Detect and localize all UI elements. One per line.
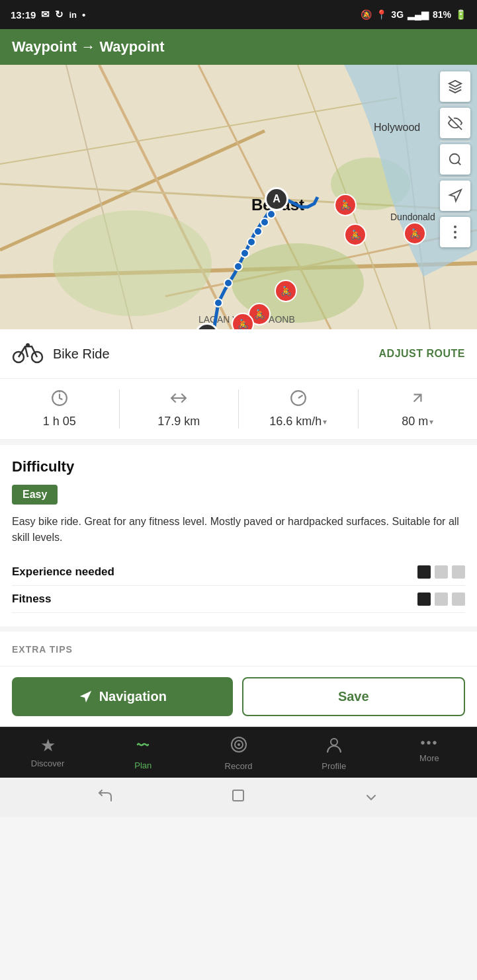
divider-1 xyxy=(440,104,470,105)
svg-point-48 xyxy=(331,739,337,745)
dot-icon: • xyxy=(82,9,85,20)
battery-label: 81% xyxy=(433,9,451,20)
svg-point-24 xyxy=(254,227,262,235)
svg-point-33 xyxy=(454,231,456,233)
plan-icon xyxy=(134,735,152,758)
distance-icon xyxy=(170,389,187,411)
layers-button[interactable] xyxy=(440,71,470,102)
difficulty-section: Difficulty Easy Easy bike ride. Great fo… xyxy=(0,445,477,626)
status-right: 🔕 📍 3G ▂▄▆ 81% 🔋 xyxy=(361,9,466,20)
svg-rect-49 xyxy=(233,790,243,801)
svg-point-32 xyxy=(454,225,456,228)
discover-label: Discover xyxy=(31,758,65,768)
stat-distance: 17.9 km xyxy=(120,389,239,429)
hide-button[interactable] xyxy=(440,108,470,138)
svg-point-11 xyxy=(53,210,212,316)
svg-point-20 xyxy=(224,279,232,287)
experience-dots xyxy=(417,565,465,579)
nav-item-profile[interactable]: Profile xyxy=(286,727,382,778)
gesture-bar xyxy=(0,778,477,817)
battery-icon: 🔋 xyxy=(455,9,466,20)
nav-item-record[interactable]: Record xyxy=(191,727,286,778)
stat-speed[interactable]: 16.6 km/h ▾ xyxy=(239,389,359,429)
svg-point-34 xyxy=(454,236,456,239)
divider-4 xyxy=(440,214,470,214)
divider-2 xyxy=(440,141,470,142)
record-label: Record xyxy=(225,761,253,771)
nav-item-more[interactable]: ••• More xyxy=(382,727,477,778)
extra-tips-section: EXTRA TIPS xyxy=(0,632,477,666)
svg-point-21 xyxy=(234,263,242,270)
map-container[interactable]: Belfast Holywood Dundonald LAGAN VALLEY … xyxy=(0,65,477,329)
status-bar: 13:19 ✉ ↻ in • 🔕 📍 3G ▂▄▆ 81% 🔋 xyxy=(0,0,477,29)
discover-icon: ★ xyxy=(40,735,56,756)
navigation-button[interactable]: Navigation xyxy=(12,677,233,716)
more-label: More xyxy=(419,753,439,763)
more-icon: ••• xyxy=(420,735,438,751)
svg-marker-44 xyxy=(79,690,91,702)
svg-marker-31 xyxy=(450,190,461,201)
elevation-dropdown[interactable]: ▾ xyxy=(429,417,433,427)
route-name: Bike Ride xyxy=(53,347,370,362)
poi-marker-3[interactable]: 🚴 xyxy=(404,222,426,245)
navigation-label: Navigation xyxy=(99,689,167,704)
nav-item-plan[interactable]: Plan xyxy=(95,727,191,778)
svg-point-23 xyxy=(247,238,255,246)
fitness-row: Fitness xyxy=(12,586,465,613)
save-button[interactable]: Save xyxy=(242,677,466,716)
recents-gesture-icon[interactable] xyxy=(362,786,380,809)
route-info-bar: Bike Ride ADJUST ROUTE xyxy=(0,329,477,379)
record-icon xyxy=(230,735,248,758)
home-gesture-icon[interactable] xyxy=(229,786,247,809)
signal-icon: ▂▄▆ xyxy=(408,9,429,20)
network-label: 3G xyxy=(391,9,404,20)
svg-point-29 xyxy=(450,154,460,164)
bike-ride-icon xyxy=(12,339,44,369)
difficulty-title: Difficulty xyxy=(12,458,465,475)
mail-icon: ✉ xyxy=(41,9,50,20)
extra-tips-label: EXTRA TIPS xyxy=(12,644,73,655)
svg-text:Dundonald: Dundonald xyxy=(390,212,435,222)
profile-icon xyxy=(325,735,343,758)
experience-dot-3 xyxy=(452,565,465,579)
bottom-nav: ★ Discover Plan Record Profile xyxy=(0,727,477,778)
app-header: Waypoint → Waypoint xyxy=(0,29,477,65)
divider-3 xyxy=(440,177,470,178)
back-gesture-icon[interactable] xyxy=(97,786,115,809)
more-map-button[interactable] xyxy=(440,217,470,247)
poi-marker-2[interactable]: 🚴 xyxy=(344,224,367,246)
speed-dropdown[interactable]: ▾ xyxy=(323,417,327,427)
svg-marker-27 xyxy=(449,81,461,87)
search-map-button[interactable] xyxy=(440,144,470,175)
experience-label: Experience needed xyxy=(12,565,114,579)
location-button[interactable] xyxy=(440,181,470,211)
adjust-route-button[interactable]: ADJUST ROUTE xyxy=(379,348,465,360)
fitness-dot-1 xyxy=(417,592,431,606)
duration-value: 1 h 05 xyxy=(43,415,76,429)
fitness-dot-2 xyxy=(435,592,448,606)
svg-text:Holywood: Holywood xyxy=(374,122,420,133)
fitness-label: Fitness xyxy=(12,592,52,606)
map-svg: Belfast Holywood Dundonald LAGAN VALLEY … xyxy=(0,65,477,329)
svg-point-22 xyxy=(241,249,249,257)
status-left: 13:19 ✉ ↻ in • xyxy=(11,9,85,20)
speed-value: 16.6 km/h ▾ xyxy=(269,415,327,429)
stat-elevation[interactable]: 80 m ▾ xyxy=(359,389,478,429)
waypoint-a-marker[interactable]: A xyxy=(265,187,288,211)
elevation-value: 80 m ▾ xyxy=(402,415,433,429)
linkedin-icon: in xyxy=(69,10,77,20)
svg-point-47 xyxy=(238,743,240,746)
location-icon: 📍 xyxy=(376,9,387,20)
stats-row: 1 h 05 17.9 km 16.6 km/h ▾ xyxy=(0,379,477,440)
nav-item-discover[interactable]: ★ Discover xyxy=(0,727,95,778)
svg-line-30 xyxy=(458,162,460,165)
svg-point-19 xyxy=(214,299,222,307)
timer-icon xyxy=(51,389,68,411)
distance-value: 17.9 km xyxy=(157,415,200,429)
map-controls xyxy=(440,71,470,247)
fitness-dot-3 xyxy=(452,592,465,606)
poi-marker-1[interactable]: 🚴 xyxy=(334,194,357,216)
profile-label: Profile xyxy=(322,761,346,771)
poi-marker-4[interactable]: 🚴 xyxy=(275,280,297,302)
svg-point-37 xyxy=(26,343,30,347)
